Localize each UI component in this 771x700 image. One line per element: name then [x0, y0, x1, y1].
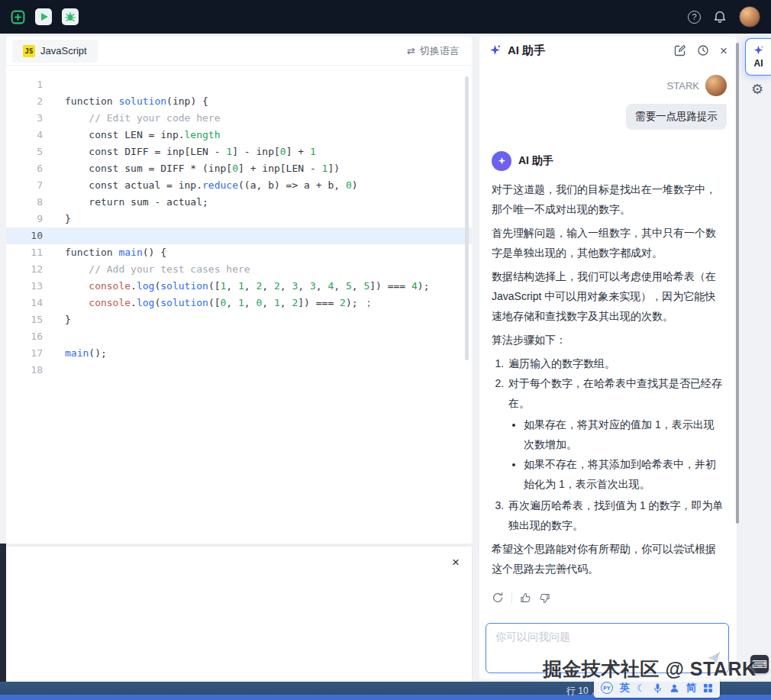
line-number: 3: [6, 110, 43, 127]
code-editor-panel: JS JavaScript ⇄ 切换语言 12function solution…: [6, 37, 472, 544]
bell-icon[interactable]: [713, 10, 727, 24]
editor-scrollbar[interactable]: [465, 76, 469, 360]
moon-icon[interactable]: ☾: [637, 683, 646, 693]
regenerate-button[interactable]: [492, 592, 504, 604]
help-icon[interactable]: ?: [688, 11, 701, 24]
topbar: ?: [0, 0, 771, 34]
new-chat-button[interactable]: [674, 44, 686, 56]
ime-simplified-toggle[interactable]: 简: [686, 681, 696, 695]
code-line[interactable]: 5 const DIFF = inp[LEN - 1] - inp[0] + 1: [6, 144, 472, 160]
ai-header-actions: ×: [674, 44, 727, 57]
assistant-list-item: 对于每个数字，在哈希表中查找其是否已经存在。如果存在，将其对应的值加 1，表示出…: [507, 373, 724, 494]
history-icon: [697, 44, 709, 56]
code-line[interactable]: 2function solution(inp) {: [6, 93, 472, 110]
user-avatar[interactable]: [739, 6, 760, 27]
assistant-paragraph: 首先理解问题，输入一组数字，其中只有一个数字是单独出现的，其他数字都成对。: [492, 223, 724, 263]
code-text: const DIFF = inp[LEN - 1] - inp[0] + 1: [43, 144, 316, 160]
app: ? JS JavaScript ⇄ 切换语言 12function soluti…: [0, 0, 771, 700]
rail-ai-label: AI: [754, 58, 763, 69]
ai-avatar: [492, 151, 511, 171]
user-message-header: STARK: [479, 64, 737, 96]
assistant-message-body: 对于这道题，我们的目标是找出在一堆数字中，那个唯一不成对出现的数字。首先理解问题…: [479, 171, 737, 579]
console-drawer: ×: [6, 547, 472, 684]
ime-logo-icon[interactable]: PY: [601, 682, 613, 694]
code-line[interactable]: 14 console.log(solution([0, 1, 0, 1, 2])…: [6, 295, 472, 311]
switch-language-button[interactable]: ⇄ 切换语言: [407, 44, 460, 58]
line-number: 11: [6, 244, 43, 261]
ai-rail-toggle[interactable]: AI: [745, 38, 771, 76]
code-text: console.log(solution([0, 1, 0, 1, 2]) ==…: [43, 295, 373, 311]
left-edge-strip: [0, 544, 6, 682]
play-icon: [41, 13, 48, 21]
line-number: 5: [6, 144, 43, 160]
new-file-button[interactable]: [11, 10, 25, 24]
ime-grid-icon[interactable]: [703, 683, 713, 693]
mic-icon[interactable]: [653, 682, 663, 694]
plus-square-icon: [11, 10, 25, 24]
grid-glyph: [703, 683, 713, 693]
assistant-list-item: 再次遍历哈希表，找到值为 1 的数字，即为单独出现的数字。: [507, 495, 724, 535]
code-text: [43, 328, 65, 345]
code-text: // Edit your code here: [43, 110, 221, 127]
code-line[interactable]: 7 const actual = inp.reduce((a, b) => a …: [6, 177, 472, 194]
debug-button[interactable]: [62, 8, 79, 25]
ai-avatar-sparkle-icon: [497, 156, 507, 166]
person-glyph: [669, 683, 679, 693]
user-chat-avatar[interactable]: [705, 75, 727, 96]
editor-header: JS JavaScript ⇄ 切换语言: [6, 37, 472, 66]
history-button[interactable]: [697, 44, 709, 56]
code-line[interactable]: 13 console.log(solution([1, 1, 2, 2, 3, …: [6, 278, 472, 295]
code-line[interactable]: 8 return sum - actual;: [6, 194, 472, 211]
code-line[interactable]: 16: [6, 328, 472, 345]
message-actions: [479, 582, 737, 604]
code-line[interactable]: 6 const sum = DIFF * (inp[0] + inp[LEN -…: [6, 160, 472, 177]
code-line[interactable]: 9}: [6, 211, 472, 227]
line-number: 16: [6, 328, 43, 345]
code-line[interactable]: 17main();: [6, 345, 472, 362]
js-badge-icon: JS: [23, 45, 35, 57]
assistant-message-header: AI 助手: [479, 130, 737, 171]
ai-panel-title: AI 助手: [508, 44, 545, 58]
code-text: return sum - actual;: [43, 194, 208, 211]
regenerate-icon: [492, 592, 504, 604]
code-line[interactable]: 18: [6, 362, 472, 379]
assistant-paragraph: 希望这个思路能对你有所帮助，你可以尝试根据这个思路去完善代码。: [492, 539, 724, 579]
assistant-sub-list: 如果存在，将其对应的值加 1，表示出现次数增加。如果不存在，将其添加到哈希表中，…: [508, 415, 724, 494]
tab-javascript[interactable]: JS JavaScript: [12, 40, 98, 63]
line-number: 15: [6, 311, 43, 328]
code-text: }: [43, 211, 71, 227]
code-line[interactable]: 3 // Edit your code here: [6, 110, 472, 127]
code-line[interactable]: 4 const LEN = inp.length: [6, 127, 472, 144]
switch-language-label: 切换语言: [420, 44, 460, 58]
line-number: 1: [6, 76, 43, 93]
account-icon[interactable]: [669, 683, 679, 693]
code-line[interactable]: 10: [6, 227, 472, 244]
mic-glyph: [653, 682, 663, 694]
user-message-row: 需要一点思路提示: [479, 96, 737, 130]
run-button[interactable]: [35, 8, 52, 25]
line-number: 13: [6, 278, 43, 295]
thumbs-up-button[interactable]: [520, 592, 531, 604]
code-line[interactable]: 15}: [6, 311, 472, 328]
line-number: 8: [6, 194, 43, 211]
sparkle-icon: [489, 44, 502, 57]
thumbs-up-icon: [520, 592, 531, 604]
code-line[interactable]: 12 // Add your test cases here: [6, 261, 472, 278]
ime-language-toggle[interactable]: 英: [620, 681, 630, 695]
drawer-close-icon[interactable]: ×: [452, 556, 460, 569]
user-message-bubble: 需要一点思路提示: [626, 104, 727, 130]
line-number: 4: [6, 127, 43, 144]
assistant-sub-item: 如果存在，将其对应的值加 1，表示出现次数增加。: [524, 415, 724, 454]
thumbs-down-button[interactable]: [539, 592, 550, 604]
code-text: [43, 76, 65, 93]
code-lines[interactable]: 12function solution(inp) {3 // Edit your…: [6, 66, 472, 379]
line-number: 6: [6, 160, 43, 177]
new-chat-icon: [674, 44, 686, 56]
ai-close-icon[interactable]: ×: [720, 44, 727, 57]
code-text: // Add your test cases here: [43, 261, 250, 278]
code-text: const sum = DIFF * (inp[0] + inp[LEN - 1…: [43, 160, 340, 177]
code-line[interactable]: 1: [6, 76, 472, 93]
code-line[interactable]: 11function main() {: [6, 244, 472, 261]
ai-panel-scrollbar[interactable]: [736, 43, 739, 524]
settings-icon[interactable]: ⚙: [751, 81, 763, 98]
